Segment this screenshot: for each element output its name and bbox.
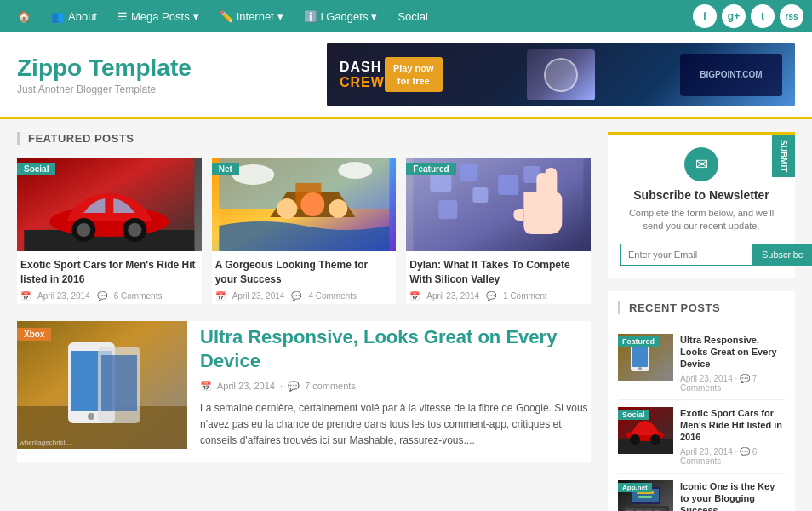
featured-card-3: Featured Dylan: What It Takes To Compete… <box>406 158 591 304</box>
googleplus-button[interactable]: g+ <box>722 4 746 28</box>
svg-rect-48 <box>638 496 652 498</box>
separator: · <box>280 381 283 391</box>
nav-left: 🏠 👥 About ☰ Mega Posts ▾ ✏️ Internet ▾ ℹ… <box>9 5 437 28</box>
nav-social[interactable]: Social <box>389 5 436 28</box>
featured-card-2-image: Net <box>212 158 397 251</box>
banner-ad[interactable]: DASHCREW Play nowfor free BIGPOINT.COM <box>327 43 795 106</box>
comment-icon-r1: 💬 <box>740 374 750 383</box>
info-icon: ℹ️ <box>304 10 317 23</box>
recent-post-1-body: Ultra Responsive, Looks Great on Every D… <box>680 334 785 393</box>
calendar-icon-large: 📅 <box>200 381 212 392</box>
dropdown-icon-gadgets: ▾ <box>371 10 377 23</box>
banner-game-title: DASHCREW <box>340 60 385 90</box>
nav-about[interactable]: 👥 About <box>43 5 106 28</box>
large-post-meta: 📅 April 23, 2014 · 💬 7 comments <box>200 381 591 392</box>
recent-posts-section: RECENT POSTS <box>608 291 795 511</box>
comment-icon-large: 💬 <box>288 381 300 392</box>
calendar-icon-1: 📅 <box>20 291 31 301</box>
featured-card-1-title[interactable]: Exotic Sport Cars for Men's Ride Hit lis… <box>20 258 198 287</box>
submit-ribbon[interactable]: SUBMIT <box>772 135 795 177</box>
recent-post-1: Featured Ultra Responsive, Looks Great o… <box>618 327 785 400</box>
featured-card-3-image: Featured <box>406 158 591 251</box>
site-branding: Zippo Template Just Another Blogger Temp… <box>17 55 192 95</box>
svg-rect-17 <box>460 164 477 181</box>
banner-logo: BIGPOINT.COM <box>700 70 762 79</box>
nav-home[interactable]: 🏠 <box>9 5 39 28</box>
recent-post-1-badge: Featured <box>618 336 659 347</box>
newsletter-description: Complete the form below, and we'll send … <box>620 207 782 233</box>
recent-post-1-meta: April 23, 2014 · 💬 7 Comments <box>680 374 785 393</box>
newsletter-box: SUBMIT ✉ Subscribe to Newsletter Complet… <box>608 132 795 278</box>
large-post-title[interactable]: Ultra Responsive, Looks Great on Every D… <box>200 325 591 374</box>
comment-icon-2: 💬 <box>291 291 301 301</box>
site-header: Zippo Template Just Another Blogger Temp… <box>0 32 812 119</box>
site-subtitle: Just Another Blogger Template <box>17 83 192 95</box>
facebook-button[interactable]: f <box>693 4 717 28</box>
svg-point-4 <box>77 223 90 237</box>
home-icon: 🏠 <box>17 10 31 23</box>
svg-point-26 <box>88 413 94 420</box>
pencil-icon: ✏️ <box>220 10 233 23</box>
featured-card-2-bg <box>212 158 397 251</box>
featured-card-3-badge: Featured <box>406 163 455 175</box>
svg-point-10 <box>338 162 372 179</box>
svg-point-14 <box>329 199 347 218</box>
menu-icon: ☰ <box>117 10 128 23</box>
large-post-body: Ultra Responsive, Looks Great on Every D… <box>200 321 591 450</box>
recent-post-1-thumb: Featured <box>618 334 673 381</box>
featured-card-3-meta: 📅 April 23, 2014 💬 1 Comment <box>409 291 587 301</box>
recent-post-3-title[interactable]: Iconic One is the Key to your Blogging S… <box>680 480 785 511</box>
svg-point-12 <box>277 198 297 219</box>
rss-button[interactable]: rss <box>780 4 803 28</box>
large-post: Xbox wheritagechristi... Ultra Responsiv… <box>17 321 591 463</box>
featured-card-2-meta: 📅 April 23, 2014 💬 4 Comments <box>215 291 393 301</box>
svg-rect-34 <box>618 439 673 454</box>
newsletter-form: Subscribe <box>620 244 782 266</box>
nav-mega-posts[interactable]: ☰ Mega Posts ▾ <box>109 5 208 28</box>
users-icon: 👥 <box>51 10 65 23</box>
newsletter-title: Subscribe to Newsletter <box>620 188 782 202</box>
email-icon: ✉ <box>684 147 718 181</box>
featured-card-2-title[interactable]: A Gorgeous Looking Theme for your Succes… <box>215 258 393 287</box>
recent-post-2-meta: April 23, 2014 · 💬 6 Comments <box>680 447 785 466</box>
recent-post-3-body: Iconic One is the Key to your Blogging S… <box>680 480 785 511</box>
featured-card-3-body: Dylan: What It Takes To Compete With Sil… <box>406 251 591 304</box>
recent-post-3: App.net Iconic One is the Key to your Bl… <box>618 474 785 511</box>
recent-posts-title: RECENT POSTS <box>618 301 785 314</box>
featured-card-1-body: Exotic Sport Cars for Men's Ride Hit lis… <box>17 251 202 304</box>
comment-icon-1: 💬 <box>97 291 107 301</box>
calendar-icon-3: 📅 <box>409 291 420 301</box>
recent-post-2-badge: Social <box>618 410 649 420</box>
newsletter-email-input[interactable] <box>620 244 753 266</box>
featured-card-1: Social Exotic Sport Cars for Men's Ride … <box>17 158 202 304</box>
featured-card-2-body: A Gorgeous Looking Theme for your Succes… <box>212 251 397 304</box>
featured-grid: Social Exotic Sport Cars for Men's Ride … <box>17 158 591 304</box>
recent-post-3-thumb: App.net <box>618 480 673 511</box>
recent-post-1-title[interactable]: Ultra Responsive, Looks Great on Every D… <box>680 334 785 370</box>
nav-internet[interactable]: ✏️ Internet ▾ <box>211 5 292 28</box>
featured-card-1-image: Social <box>17 158 202 251</box>
banner-play-button[interactable]: Play nowfor free <box>385 57 443 92</box>
featured-section-title: FEATURED POSTS <box>17 132 591 145</box>
twitter-button[interactable]: t <box>751 4 775 28</box>
featured-card-2-badge: Net <box>212 163 239 175</box>
svg-point-6 <box>128 223 141 237</box>
newsletter-subscribe-button[interactable]: Subscribe <box>753 244 812 266</box>
calendar-icon-2: 📅 <box>215 291 226 301</box>
svg-rect-20 <box>499 175 519 195</box>
svg-rect-28 <box>101 355 137 411</box>
left-column: FEATURED POSTS <box>17 132 591 511</box>
nav-gadgets[interactable]: ℹ️ i Gadgets ▾ <box>295 5 386 28</box>
svg-point-32 <box>638 367 642 370</box>
svg-point-13 <box>300 192 324 216</box>
featured-card-3-title[interactable]: Dylan: What It Takes To Compete With Sil… <box>409 258 587 287</box>
right-sidebar: SUBMIT ✉ Subscribe to Newsletter Complet… <box>608 132 795 511</box>
watermark: wheritagechristi... <box>20 439 72 446</box>
recent-post-2: Social Exotic Sport Cars for Men's Ride … <box>618 400 785 474</box>
featured-card-1-badge: Social <box>17 163 55 175</box>
large-post-badge: Xbox <box>17 328 51 341</box>
main-content: FEATURED POSTS <box>0 119 812 511</box>
recent-post-2-title[interactable]: Exotic Sport Cars for Men's Ride Hit lis… <box>680 407 785 444</box>
comment-icon-r2: 💬 <box>740 447 750 456</box>
dropdown-icon-internet: ▾ <box>277 10 283 23</box>
